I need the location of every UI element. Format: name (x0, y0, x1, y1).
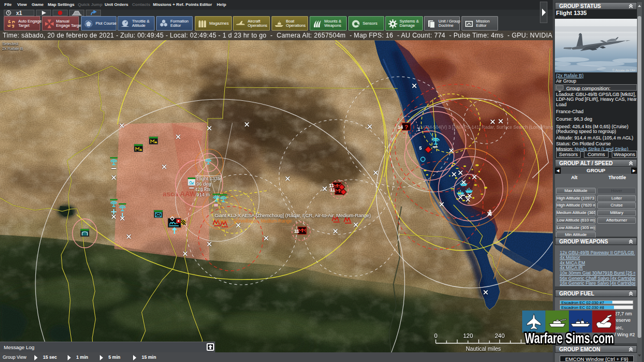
svg-text:x1: x1 (16, 10, 23, 16)
svg-text:96 deg: 96 deg (196, 181, 211, 187)
svg-text:© Armée de l'Air: © Armée de l'Air (612, 69, 635, 72)
svg-text:0: 0 (434, 333, 437, 339)
svg-text:Flight 1335: Flight 1335 (196, 176, 221, 181)
svg-text:5: 5 (419, 145, 422, 151)
svg-text:?: ? (405, 124, 408, 130)
svg-text:Giant... Surveillance, Medium-: Giant... Surveillance, Medium-Range (217, 218, 292, 224)
svg-text:CATM-504(V) 3 [AN/APS-141] Rad: CATM-504(V) 3 [AN/APS-141] Radar, Surfac… (419, 124, 553, 130)
svg-text:11: 11 (294, 228, 299, 234)
svg-text:428 kts: 428 kts (195, 187, 211, 192)
svg-text:914 m: 914 m (196, 192, 210, 197)
svg-text:Giant KLJ-X AESA [Zhemchoug] (: Giant KLJ-X AESA [Zhemchoug] (Radar, FCR… (215, 213, 371, 218)
svg-text:120: 120 (463, 333, 473, 339)
svg-text:Warfare Sims.com: Warfare Sims.com (525, 330, 614, 346)
svg-text:11: 11 (330, 187, 335, 193)
svg-text:Nautical miles: Nautical miles (466, 345, 501, 352)
svg-text:14: 14 (398, 124, 403, 130)
svg-text:240: 240 (495, 333, 504, 339)
